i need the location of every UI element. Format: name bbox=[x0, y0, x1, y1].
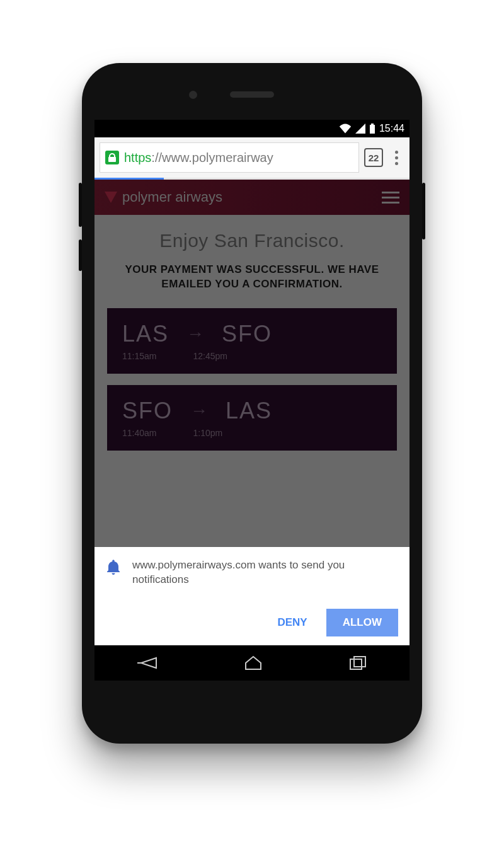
wifi-icon bbox=[339, 124, 352, 134]
tabs-button[interactable]: 22 bbox=[364, 148, 383, 167]
phone-side-button bbox=[79, 183, 82, 227]
recents-icon[interactable] bbox=[349, 655, 367, 671]
browser-toolbar: https://www.polymerairway 22 bbox=[94, 137, 410, 178]
svg-rect-2 bbox=[350, 659, 362, 669]
svg-rect-3 bbox=[354, 657, 365, 667]
lock-icon bbox=[105, 151, 119, 164]
url-host: ://www.polymerairway bbox=[151, 151, 273, 165]
cell-signal-icon bbox=[355, 124, 365, 134]
phone-camera bbox=[189, 91, 197, 99]
phone-side-button bbox=[422, 183, 425, 239]
android-status-bar: 15:44 bbox=[94, 120, 410, 137]
deny-button[interactable]: DENY bbox=[273, 610, 311, 635]
battery-icon bbox=[369, 124, 375, 134]
svg-rect-1 bbox=[371, 124, 374, 125]
allow-button[interactable]: ALLOW bbox=[326, 609, 398, 636]
phone-side-button bbox=[79, 239, 82, 271]
phone-screen: 15:44 https://www.polymerairway 22 polym… bbox=[94, 120, 410, 681]
home-icon[interactable] bbox=[244, 655, 263, 671]
status-time: 15:44 bbox=[379, 123, 404, 134]
phone-frame: 15:44 https://www.polymerairway 22 polym… bbox=[82, 63, 422, 744]
permission-text: www.polymerairways.com wants to send you… bbox=[132, 558, 398, 587]
back-icon[interactable] bbox=[137, 655, 158, 671]
bell-icon bbox=[106, 558, 121, 575]
phone-speaker bbox=[230, 91, 274, 98]
notification-permission-prompt: www.polymerairways.com wants to send you… bbox=[94, 547, 410, 645]
android-nav-bar bbox=[94, 645, 410, 681]
svg-rect-0 bbox=[370, 125, 375, 134]
browser-menu-button[interactable] bbox=[388, 147, 404, 169]
url-scheme: https bbox=[124, 151, 151, 165]
url-bar[interactable]: https://www.polymerairway bbox=[100, 142, 359, 173]
page-viewport: polymer airways Enjoy San Francisco. YOU… bbox=[94, 180, 410, 645]
